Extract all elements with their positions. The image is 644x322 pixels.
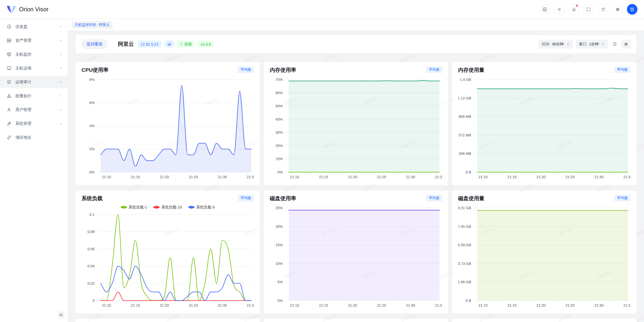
chart-refresh-button[interactable]: [611, 42, 619, 47]
sidebar-item-batch-exec[interactable]: 批量执行: [0, 90, 68, 102]
asset-server-icon: [7, 38, 12, 43]
svg-text:50%: 50%: [275, 104, 283, 108]
svg-text:20%: 20%: [275, 144, 283, 148]
svg-text:21:20: 21:20: [348, 303, 357, 307]
sidebar-collapse-button[interactable]: [58, 311, 64, 318]
svg-text:1.86 GB: 1.86 GB: [458, 280, 471, 284]
code-window-icon: [542, 7, 547, 12]
sidebar-item-label: 资产管理: [15, 38, 59, 43]
svg-text:10%: 10%: [275, 157, 283, 161]
dashboard-gauge-icon: [7, 24, 12, 29]
svg-text:0%: 0%: [89, 170, 95, 174]
svg-text:21:30: 21:30: [218, 175, 227, 179]
memory-rate-chart: 0%10%20%30%40%50%60%70%21:1021:1521:2021…: [270, 76, 442, 180]
avg-badge: 平均值: [238, 66, 254, 73]
svg-text:286 MB: 286 MB: [459, 152, 471, 156]
monitor-chart-tab[interactable]: 监控图表: [82, 39, 108, 49]
refresh-button[interactable]: [598, 4, 608, 15]
system-load-chart: 系统负载-1系统负载-15系统负载-500.020.040.060.080.12…: [82, 204, 254, 309]
chevron-down-icon: [601, 43, 605, 46]
fullscreen-button[interactable]: [583, 4, 594, 15]
sidebar-item-user-mgmt[interactable]: 用户管理: [0, 104, 68, 116]
svg-text:21:10: 21:10: [478, 303, 488, 307]
svg-text:10%: 10%: [275, 262, 283, 266]
chart-legend: 系统负载-1系统负载-15系统负载-5: [82, 204, 254, 210]
chevron-down-icon: [59, 66, 63, 70]
svg-text:40%: 40%: [275, 117, 283, 121]
svg-text:21:10: 21:10: [102, 303, 111, 307]
sidebar-item-system-mgmt[interactable]: 系统管理: [0, 118, 68, 130]
chevron-down-icon: [59, 108, 63, 112]
logo-v-icon: [7, 5, 16, 13]
sidebar-item-label: 项目地址: [15, 135, 63, 140]
user-icon: [7, 107, 12, 112]
settings-gear-icon: [615, 7, 620, 12]
avg-badge: 平均值: [426, 66, 442, 73]
sidebar-item-host-monitor[interactable]: 主机监控: [0, 48, 68, 60]
svg-text:1.12 GB: 1.12 GB: [458, 96, 471, 100]
svg-text:21:15: 21:15: [319, 175, 328, 179]
chart-layout-button[interactable]: [622, 40, 630, 49]
route-tab-active[interactable]: 主机监控详情 - 阿里云: [71, 21, 113, 29]
chevron-down-icon: [59, 53, 63, 56]
main-content: 监控图表 阿里云 12.92.5.21 ali ✓在线 v1.0.0 区间 30…: [68, 30, 644, 322]
svg-text:5.59 GB: 5.59 GB: [458, 243, 471, 247]
chart-title: 磁盘使用率: [270, 195, 296, 202]
window-select[interactable]: 窗口 1分钟: [576, 40, 608, 49]
chevron-down-icon: [59, 94, 63, 98]
notification-bell-icon: [572, 7, 576, 12]
sidebar-item-label: 仪表盘: [15, 24, 59, 29]
legend-item[interactable]: 系统负载-5: [188, 205, 215, 210]
svg-text:4%: 4%: [89, 124, 95, 128]
chart-card-disk-usage: 磁盘使用量 平均值 0 B1.86 GB3.73 GB5.59 GB7.45 G…: [452, 190, 636, 313]
chart-card-memory-usage: 内存使用量 平均值 0 B286 MB572 MB858 MB1.12 GB1.…: [452, 62, 636, 185]
disk-usage-chart: 0 B1.86 GB3.73 GB5.59 GB7.45 GB9.31 GB21…: [458, 204, 630, 309]
chart-plot: 0%2%4%6%8%21:1021:1521:2021:2521:3021:35: [82, 76, 254, 180]
sidebar-item-host-ops[interactable]: 主机运维: [0, 62, 68, 74]
svg-text:21:25: 21:25: [189, 175, 198, 179]
fullscreen-icon: [586, 7, 591, 12]
svg-text:21:20: 21:20: [536, 175, 545, 179]
refresh-icon: [612, 42, 617, 47]
avg-badge: 平均值: [614, 195, 630, 201]
settings-button[interactable]: [612, 4, 623, 15]
theme-brightness-button[interactable]: [554, 4, 565, 15]
svg-text:21:30: 21:30: [594, 303, 603, 307]
svg-text:8%: 8%: [89, 78, 95, 82]
svg-text:20%: 20%: [275, 225, 283, 229]
sidebar-item-label: 主机运维: [15, 66, 59, 71]
svg-text:21:20: 21:20: [348, 175, 357, 179]
toolbar-left: 监控图表 阿里云 12.92.5.21 ali ✓在线 v1.0.0: [82, 39, 217, 49]
svg-text:25%: 25%: [275, 206, 283, 210]
svg-text:21:15: 21:15: [507, 175, 516, 179]
svg-text:1.4 GB: 1.4 GB: [460, 78, 471, 82]
avg-badge: 平均值: [238, 195, 254, 201]
svg-text:7.45 GB: 7.45 GB: [458, 225, 471, 229]
code-window-button[interactable]: [539, 4, 550, 15]
app-header: Orion Visor: [0, 0, 644, 19]
notification-badge-dot: [576, 5, 578, 7]
svg-text:21:10: 21:10: [478, 175, 488, 179]
sidebar-item-assets[interactable]: 资产管理: [0, 34, 68, 47]
svg-text:5%: 5%: [277, 280, 283, 284]
legend-item[interactable]: 系统负载-15: [153, 205, 182, 210]
sidebar-item-dashboard[interactable]: 仪表盘: [0, 21, 68, 33]
svg-text:0%: 0%: [277, 299, 283, 303]
chart-plot: 0%5%10%15%20%25%21:1021:1521:2021:2521:3…: [270, 204, 442, 309]
svg-text:30%: 30%: [275, 130, 283, 134]
sidebar-item-ops-audit[interactable]: 运维审计: [0, 76, 68, 88]
svg-text:21:20: 21:20: [536, 303, 545, 307]
legend-item[interactable]: 系统负载-1: [121, 205, 147, 210]
chart-card-partial: [452, 319, 636, 322]
sidebar-item-project-link[interactable]: 项目地址: [0, 131, 68, 144]
disk-rate-chart: 0%5%10%15%20%25%21:1021:1521:2021:2521:3…: [270, 204, 442, 309]
user-avatar[interactable]: 管: [627, 4, 637, 15]
svg-text:0: 0: [93, 299, 95, 303]
svg-text:21:30: 21:30: [406, 303, 415, 307]
check-icon: ✓: [180, 42, 183, 46]
app-logo: Orion Visor: [7, 5, 49, 13]
interval-select[interactable]: 区间 30分钟: [539, 40, 573, 49]
svg-text:21:25: 21:25: [377, 175, 386, 179]
svg-text:21:35: 21:35: [623, 175, 630, 179]
notification-bell-button[interactable]: [569, 4, 579, 15]
